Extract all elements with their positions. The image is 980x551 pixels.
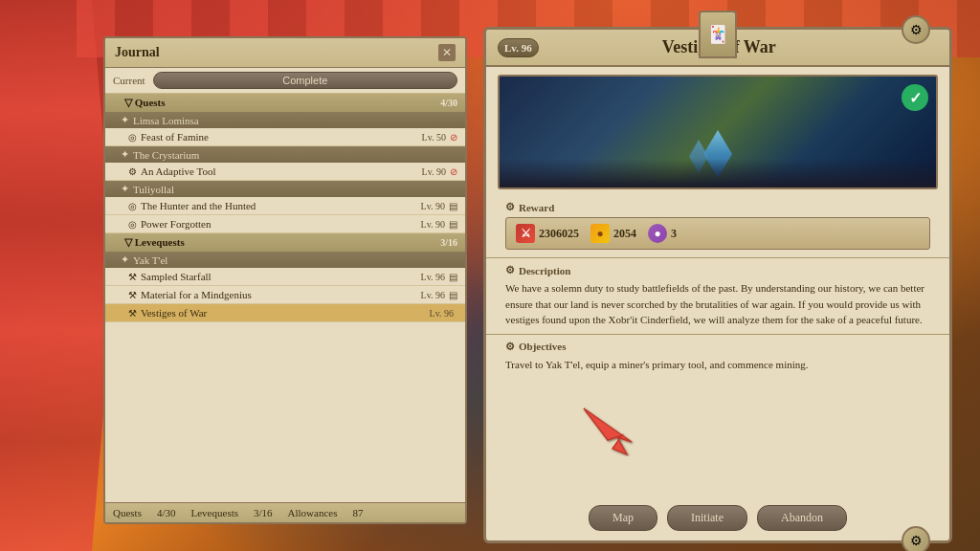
- complete-button[interactable]: Complete: [153, 72, 457, 89]
- thumb-ground: [500, 159, 936, 187]
- quest-starfall[interactable]: ⚒Sampled Starfall Lv. 96▤: [105, 268, 465, 286]
- quest-icon-3: ◎: [128, 201, 137, 211]
- objectives-title: ⚙ Objectives: [505, 341, 930, 353]
- crystarium-label: The Crystarium: [133, 149, 199, 161]
- quest-feast[interactable]: ◎Feast of Famine Lv. 50⊘: [105, 128, 465, 146]
- vestiges-label: Vestiges of War: [141, 307, 207, 319]
- footer-levequests-count: 3/16: [254, 507, 273, 518]
- subsection-tuliyollal: ✦ Tuliyollal: [105, 181, 465, 197]
- levequests-section-header[interactable]: ▽ Levequests 3/16: [105, 233, 465, 252]
- mindgenius-level: Lv. 96: [421, 290, 445, 300]
- quest-thumbnail: ✓: [498, 75, 938, 189]
- reward-tomestone: ● 3: [648, 224, 677, 243]
- journal-panel: Journal ✕ Current Complete ▽ Quests 4/30…: [103, 36, 467, 524]
- journal-title: Journal: [115, 45, 160, 60]
- vestiges-level: Lv. 96: [430, 308, 454, 319]
- hunter-level: Lv. 90: [421, 201, 445, 211]
- footer-quests-label: Quests: [113, 507, 142, 518]
- detail-panel: 🃏 ⚙ Lv. 96 Vestiges of War ✓ ⚙ Reward ⚔ …: [483, 27, 952, 543]
- quest-icon-7: ⚒: [128, 308, 137, 319]
- tomestone-amount: 3: [671, 227, 677, 241]
- reward-section: ⚙ Reward ⚔ 2306025 ● 2054 ● 3: [498, 197, 938, 253]
- journal-footer: Quests 4/30 Levequests 3/16 Allowances 8…: [105, 502, 465, 522]
- list-icon: ▤: [449, 201, 457, 211]
- yaktel-label: Yak T'el: [133, 254, 167, 266]
- quest-icon-2: ⚙: [128, 166, 137, 177]
- map-button[interactable]: Map: [589, 505, 657, 531]
- no-entry-icon-2: ⊘: [450, 166, 457, 177]
- tomestone-icon: ●: [648, 224, 667, 243]
- gil-amount: 2054: [613, 227, 636, 241]
- footer-allowances-label: Allowances: [288, 507, 338, 518]
- initiate-button[interactable]: Initiate: [667, 505, 747, 531]
- exp-icon: ⚔: [516, 224, 535, 243]
- mindgenius-label: Material for a Mindgenius: [141, 289, 252, 300]
- quests-count: 4/30: [440, 98, 457, 108]
- divider-1: [486, 257, 949, 258]
- quest-vestiges[interactable]: ⚒Vestiges of War Lv. 96: [105, 304, 465, 322]
- card-decoration: 🃏: [699, 11, 737, 58]
- journal-header: Journal ✕: [105, 38, 465, 68]
- quests-label: Quests: [135, 97, 166, 108]
- reward-gil: ● 2054: [590, 224, 636, 243]
- completion-checkmark: ✓: [902, 84, 928, 111]
- footer-levequests-label: Levequests: [191, 507, 238, 518]
- limsa-label: Limsa Lominsa: [133, 115, 199, 126]
- list-icon-2: ▤: [449, 219, 457, 230]
- subsection-yaktel: ✦ Yak T'el: [105, 252, 465, 268]
- quest-power[interactable]: ◎Power Forgotten Lv. 90▤: [105, 215, 465, 233]
- quest-hunter[interactable]: ◎The Hunter and the Hunted Lv. 90▤: [105, 197, 465, 215]
- journal-list: ▽ Quests 4/30 ✦ Limsa Lominsa ◎Feast of …: [105, 94, 465, 492]
- list-icon-4: ▤: [449, 290, 457, 300]
- adaptive-level: Lv. 90: [422, 166, 446, 177]
- list-icon-3: ▤: [449, 272, 457, 282]
- starfall-label: Sampled Starfall: [141, 271, 212, 282]
- obj-icon: ⚙: [505, 341, 515, 353]
- objectives-section: ⚙ Objectives Travel to Yak T'el, equip a…: [498, 339, 938, 375]
- quests-section-header[interactable]: ▽ Quests 4/30: [105, 94, 465, 112]
- objectives-text: Travel to Yak T'el, equip a miner's prim…: [505, 357, 930, 373]
- feast-label: Feast of Famine: [141, 131, 209, 143]
- journal-toolbar: Current Complete: [105, 68, 465, 94]
- quest-icon-5: ⚒: [128, 272, 137, 282]
- tuliyollal-label: Tuliyollal: [133, 184, 174, 195]
- description-section: ⚙ Description We have a solemn duty to s…: [498, 262, 938, 330]
- subsection-limsa: ✦ Limsa Lominsa: [105, 112, 465, 128]
- gil-icon: ●: [590, 224, 610, 243]
- abandon-button[interactable]: Abandon: [757, 505, 847, 531]
- reward-exp: ⚔ 2306025: [516, 224, 579, 243]
- adaptive-label: An Adaptive Tool: [141, 165, 215, 177]
- action-buttons: Map Initiate Abandon: [486, 505, 949, 531]
- footer-quests-count: 4/30: [157, 507, 176, 518]
- toolbar-current-label: Current: [113, 75, 145, 86]
- footer-allowances-count: 87: [353, 507, 364, 518]
- description-title: ⚙ Description: [505, 264, 930, 276]
- starfall-level: Lv. 96: [421, 272, 445, 282]
- description-text: We have a solemn duty to study battlefie…: [505, 280, 930, 328]
- no-entry-icon: ⊘: [450, 132, 457, 143]
- power-label: Power Forgotten: [141, 218, 211, 230]
- levequests-count: 3/16: [440, 237, 457, 248]
- levequests-label: Levequests: [135, 236, 185, 248]
- exp-amount: 2306025: [539, 227, 579, 241]
- divider-2: [486, 334, 949, 335]
- power-level: Lv. 90: [421, 219, 445, 230]
- level-badge: Lv. 96: [498, 38, 539, 57]
- reward-icon: ⚙: [505, 201, 515, 213]
- tent-left-decoration: [0, 0, 115, 551]
- reward-title: ⚙ Reward: [505, 201, 930, 213]
- quest-mindgenius[interactable]: ⚒Material for a Mindgenius Lv. 96▤: [105, 286, 465, 304]
- hunter-label: The Hunter and the Hunted: [141, 200, 256, 211]
- reward-box: ⚔ 2306025 ● 2054 ● 3: [505, 217, 930, 250]
- quest-icon: ◎: [128, 132, 137, 143]
- quest-icon-6: ⚒: [128, 290, 137, 300]
- quest-adaptive[interactable]: ⚙An Adaptive Tool Lv. 90⊘: [105, 163, 465, 181]
- corner-decoration-bottom: ⚙: [902, 526, 930, 551]
- close-button[interactable]: ✕: [438, 44, 456, 61]
- feast-level: Lv. 50: [422, 132, 446, 143]
- subsection-crystarium: ✦ The Crystarium: [105, 146, 465, 163]
- desc-icon: ⚙: [505, 264, 515, 276]
- quest-icon-4: ◎: [128, 219, 137, 230]
- corner-decoration-top: ⚙: [902, 15, 930, 44]
